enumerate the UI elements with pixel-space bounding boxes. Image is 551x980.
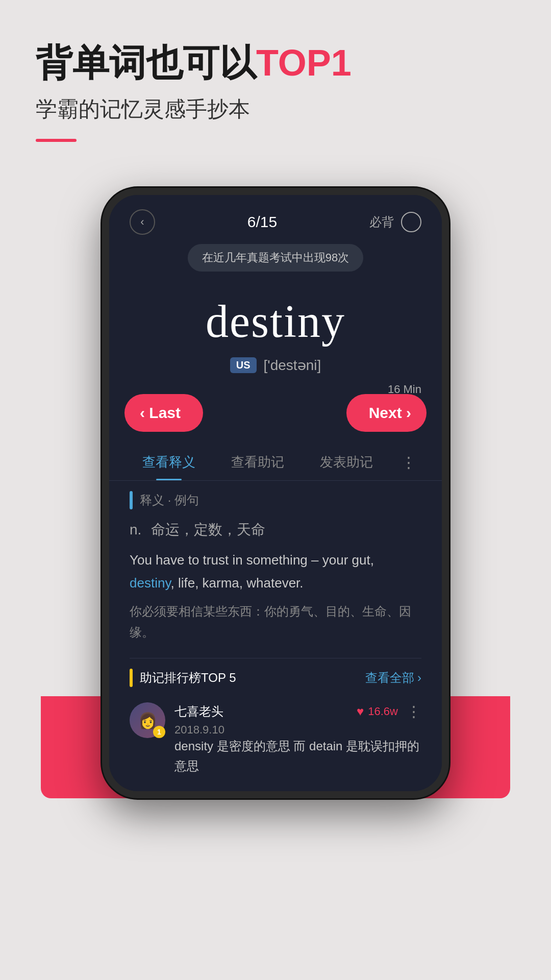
tab-more-button[interactable]: ⋮	[391, 442, 427, 480]
phonetic-row: US ['destəni]	[130, 357, 421, 374]
phonetic-text: ['destəni]	[264, 357, 321, 374]
like-count[interactable]: ♥ 16.6w	[357, 704, 398, 719]
definition-section-label: 释义 · 例句	[140, 492, 199, 508]
more-options-icon[interactable]: ⋮	[406, 702, 421, 720]
last-button[interactable]: ‹ Last	[124, 394, 203, 432]
tooltip-bar: 在近几年真题考试中出现98次	[109, 244, 442, 272]
nav-bar: ‹ 6/15 必背	[109, 195, 442, 240]
main-headline: 背单词也可以TOP1	[36, 41, 515, 85]
subtitle: 学霸的记忆灵感手抄本	[36, 95, 515, 124]
word-highlight: destiny	[130, 575, 170, 591]
word-nav: 16 Min ‹ Last Next ›	[109, 379, 442, 442]
heart-icon: ♥	[357, 704, 364, 719]
mnemonic-header: 助记排行榜TOP 5 查看全部 ›	[130, 669, 421, 687]
nav-right: 必背	[369, 212, 421, 232]
phone-wrapper: ‹ 6/15 必背 在近几年真题考试中出现98次 destiny US ['de…	[0, 188, 551, 798]
example-chinese: 你必须要相信某些东西：你的勇气、目的、生命、因缘。	[130, 601, 421, 643]
headline-highlight: TOP1	[256, 42, 352, 83]
user-name-row: 七喜老头 ♥ 16.6w ⋮	[174, 702, 421, 720]
mnemonic-title-wrap: 助记排行榜TOP 5	[130, 669, 236, 687]
word-main: destiny	[130, 295, 421, 348]
content-area: 释义 · 例句 n. 命运，定数，天命 You have to trust in…	[109, 481, 442, 791]
user-date: 2018.9.10	[174, 723, 421, 737]
mnemonic-content: density 是密度的意思 而 detain 是耽误扣押的意思	[174, 737, 421, 776]
phone-screen: ‹ 6/15 必背 在近几年真题考试中出现98次 destiny US ['de…	[109, 195, 442, 791]
user-info: 七喜老头 ♥ 16.6w ⋮ 2018.9.10 de	[174, 702, 421, 776]
back-button[interactable]: ‹	[130, 209, 155, 235]
tab-mnemonic[interactable]: 查看助记	[213, 442, 302, 480]
mnemonic-entry: 👩 1 七喜老头 ♥ 16.6w	[130, 697, 421, 781]
avatar-wrap: 👩 1	[130, 702, 165, 738]
definition-section-header: 释义 · 例句	[130, 491, 421, 509]
next-button[interactable]: Next ›	[346, 394, 427, 432]
phone-frame: ‹ 6/15 必背 在近几年真题考试中出现98次 destiny US ['de…	[102, 188, 449, 798]
section-accent-blue	[130, 491, 133, 509]
word-section: destiny US ['destəni]	[109, 280, 442, 374]
us-badge: US	[230, 357, 257, 373]
username: 七喜老头	[174, 703, 223, 720]
mnemonic-section: 助记排行榜TOP 5 查看全部 › 👩 1	[130, 658, 421, 781]
tab-definition[interactable]: 查看释义	[124, 442, 213, 480]
time-label: 16 Min	[388, 383, 421, 396]
tabs-bar: 查看释义 查看助记 发表助记 ⋮	[109, 442, 442, 481]
must-memorize-label: 必背	[369, 214, 394, 230]
tab-post-mnemonic[interactable]: 发表助记	[302, 442, 391, 480]
rank-badge: 1	[153, 726, 165, 738]
progress-indicator: 6/15	[247, 213, 277, 231]
memorize-toggle[interactable]	[401, 212, 421, 232]
exam-tooltip: 在近几年真题考试中出现98次	[188, 244, 363, 272]
view-all-link[interactable]: 查看全部 ›	[365, 670, 421, 686]
top-section: 背单词也可以TOP1 学霸的记忆灵感手抄本	[0, 0, 551, 188]
title-underline	[36, 139, 77, 142]
mnemonic-title: 助记排行榜TOP 5	[140, 670, 236, 686]
definition-pos: n. 命运，定数，天命	[130, 520, 421, 540]
example-english: You have to trust in something – your gu…	[130, 549, 421, 594]
chevron-right-icon: ›	[417, 671, 421, 685]
section-accent-yellow	[130, 669, 133, 687]
user-meta: ♥ 16.6w ⋮	[357, 702, 421, 720]
